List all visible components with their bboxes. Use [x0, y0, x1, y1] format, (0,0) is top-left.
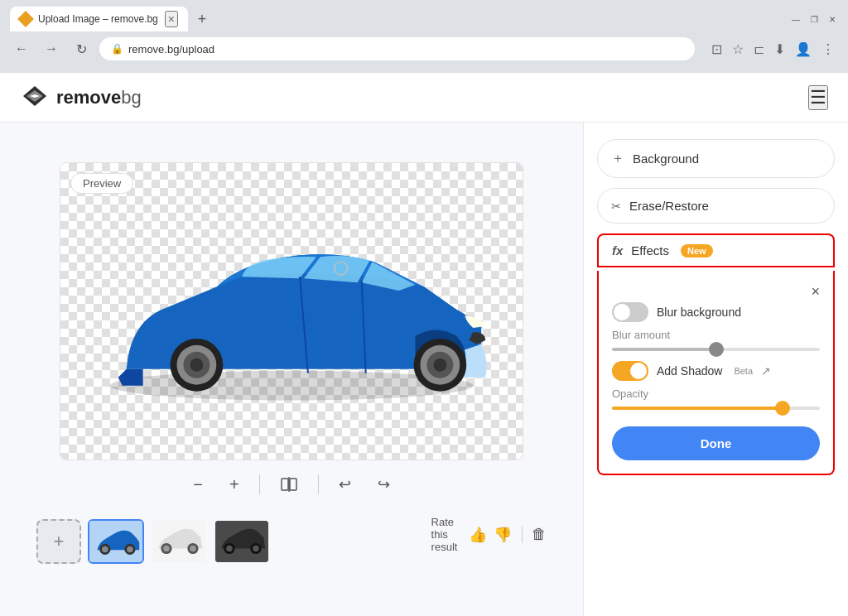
external-link-icon[interactable]: ↗ [761, 364, 771, 378]
redo-button[interactable]: ↪ [371, 470, 397, 498]
logo-text: removebg [56, 87, 142, 108]
profile-icon[interactable]: 👤 [792, 38, 815, 60]
tab-favicon [17, 11, 34, 27]
forward-button[interactable]: → [40, 37, 63, 60]
thumb2-car [152, 519, 205, 564]
maximize-button[interactable]: ❐ [808, 13, 820, 25]
opacity-slider-thumb[interactable] [775, 401, 790, 416]
blur-toggle[interactable] [612, 302, 648, 322]
tab-title: Upload Image – remove.bg [38, 13, 158, 25]
compare-button[interactable] [273, 470, 305, 498]
preview-container: Preview [60, 162, 523, 460]
browser-chrome: Upload Image – remove.bg × + — ❐ ✕ ← → ↻… [0, 0, 848, 73]
shadow-toggle[interactable] [612, 361, 648, 381]
thumbnails-row: + [17, 506, 431, 577]
car-image [60, 163, 523, 460]
svg-point-27 [163, 545, 170, 551]
toolbar-separator-2 [318, 474, 319, 494]
opacity-slider-track[interactable] [612, 407, 820, 410]
new-tab-button[interactable]: + [191, 7, 214, 31]
effects-label: Effects [631, 243, 669, 257]
tab-close-btn[interactable]: × [165, 11, 178, 27]
toolbar-separator-1 [259, 474, 260, 494]
app-body: removebg ☰ Preview [0, 73, 848, 616]
opacity-slider-fill [612, 407, 783, 410]
window-controls: — ❐ ✕ [790, 13, 838, 25]
hamburger-menu[interactable]: ☰ [808, 85, 828, 110]
thumb3-car [215, 519, 268, 564]
thumbnail-1[interactable] [88, 519, 144, 564]
svg-point-34 [253, 545, 259, 551]
erase-label: Erase/Restore [629, 199, 709, 213]
preview-label: Preview [70, 173, 133, 194]
opacity-label: Opacity [612, 387, 820, 400]
minimize-button[interactable]: — [790, 13, 802, 25]
undo-button[interactable]: ↩ [332, 470, 358, 498]
add-thumbnail-button[interactable]: + [36, 519, 81, 564]
rate-label: Rate this result [431, 516, 462, 553]
blur-slider-track[interactable] [612, 348, 820, 351]
blur-label: Blur background [657, 306, 741, 319]
svg-point-29 [190, 545, 196, 551]
tab-bar: Upload Image – remove.bg × + [10, 7, 213, 31]
svg-rect-16 [370, 325, 387, 330]
svg-point-24 [127, 546, 133, 552]
thumb1-car [89, 519, 142, 564]
share-icon[interactable]: ⊏ [750, 38, 768, 60]
erase-icon: ✂ [611, 200, 621, 213]
address-bar: ← → ↻ 🔒 remove.bg/upload ⊡ ☆ ⊏ ⬇ 👤 ⋮ [0, 31, 848, 66]
menu-icon[interactable]: ⋮ [818, 38, 838, 60]
svg-point-9 [433, 358, 446, 371]
reload-button[interactable]: ↻ [70, 37, 93, 60]
close-window-button[interactable]: ✕ [826, 13, 838, 25]
cast-icon[interactable]: ⊡ [708, 38, 725, 60]
address-icons: ⊡ ☆ ⊏ ⬇ 👤 ⋮ [708, 38, 838, 60]
effects-fx-icon: fx [612, 243, 623, 257]
blur-row: Blur background [612, 299, 820, 322]
svg-rect-17 [282, 479, 288, 490]
effects-popup: × Blur background Blur amount [597, 271, 835, 475]
app-header: removebg ☰ [0, 73, 848, 123]
delete-button[interactable]: 🗑 [532, 526, 547, 543]
background-label: Background [633, 152, 699, 166]
effects-new-badge: New [681, 244, 713, 257]
done-button[interactable]: Done [612, 426, 820, 460]
back-button[interactable]: ← [10, 37, 33, 60]
compare-icon [280, 475, 298, 493]
blur-slider-thumb[interactable] [709, 342, 724, 357]
effects-button[interactable]: fx Effects New [597, 233, 835, 267]
shadow-label: Add Shadow [657, 364, 722, 378]
canvas-area: Preview [0, 123, 583, 616]
svg-rect-15 [316, 325, 333, 330]
blur-amount-label: Blur amount [612, 329, 820, 341]
background-button[interactable]: ＋ Background [597, 139, 835, 178]
thumbnail-3[interactable] [214, 519, 270, 564]
thumbnail-2[interactable] [151, 519, 207, 564]
active-tab[interactable]: Upload Image – remove.bg × [10, 7, 188, 31]
zoom-in-button[interactable]: + [223, 470, 246, 499]
title-bar: Upload Image – remove.bg × + — ❐ ✕ [0, 0, 848, 31]
thumbs-down-button[interactable]: 👎 [494, 526, 512, 544]
svg-rect-18 [290, 479, 296, 490]
rate-section: Rate this result 👍 👎 🗑 [431, 516, 566, 566]
zoom-out-button[interactable]: − [186, 470, 210, 499]
beta-badge: Beta [734, 366, 753, 376]
address-input[interactable]: 🔒 remove.bg/upload [99, 37, 695, 60]
download-icon[interactable]: ⬇ [771, 38, 788, 60]
blur-slider-fill [612, 348, 716, 351]
background-plus-icon: ＋ [611, 150, 624, 167]
svg-point-13 [190, 358, 203, 371]
opacity-container: Opacity [612, 387, 820, 410]
svg-point-32 [226, 545, 233, 551]
blur-amount-container: Blur amount [612, 329, 820, 351]
secure-icon: 🔒 [111, 43, 123, 55]
erase-restore-button[interactable]: ✂ Erase/Restore [597, 188, 835, 224]
main-content: Preview [0, 123, 848, 616]
logo: removebg [20, 83, 142, 113]
shadow-row: Add Shadow Beta ↗ [612, 361, 820, 381]
thumbs-up-button[interactable]: 👍 [469, 526, 487, 544]
svg-point-22 [102, 546, 108, 552]
bookmark-icon[interactable]: ☆ [729, 38, 747, 60]
bottom-bar: + [17, 499, 566, 577]
popup-close-button[interactable]: × [811, 284, 820, 299]
